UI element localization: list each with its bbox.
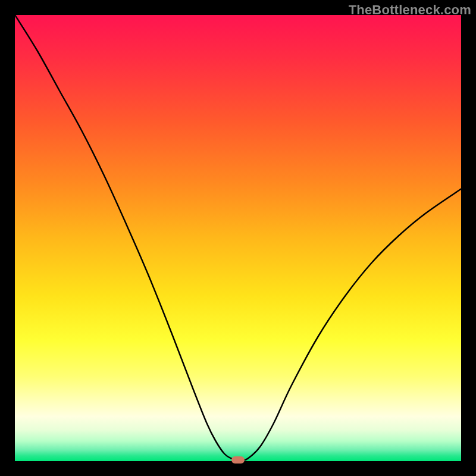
minimum-marker — [231, 456, 245, 464]
plot-area — [15, 15, 461, 461]
watermark-text: TheBottleneck.com — [349, 2, 471, 18]
chart-container: TheBottleneck.com — [0, 0, 476, 476]
bottleneck-curve — [15, 15, 461, 461]
